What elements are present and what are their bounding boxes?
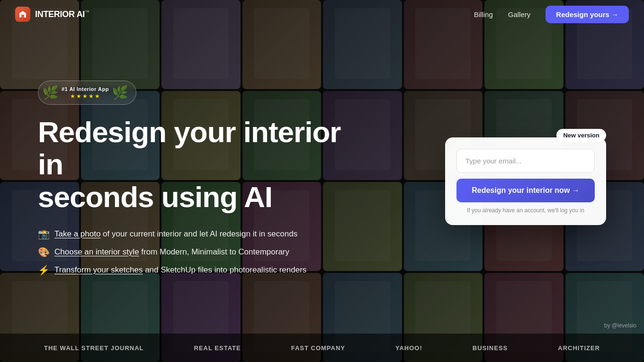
- logo-yahoo: yahoo!: [395, 344, 422, 352]
- feature-item-style: 🎨 Choose an interior style from Modern, …: [38, 246, 436, 258]
- logo-architizer: Architizer: [558, 344, 600, 352]
- star-icon: ★: [82, 93, 88, 100]
- logo-business: BUSINESS: [473, 344, 508, 352]
- photo-emoji: 📸: [38, 228, 50, 240]
- watermark: by @levelsio: [604, 322, 636, 329]
- take-photo-link[interactable]: Take a photo: [54, 229, 100, 238]
- star-icon: ★: [95, 93, 100, 100]
- feature-item-sketch: ⚡ Transform your sketches and SketchUp f…: [38, 264, 436, 276]
- new-version-badge: New version: [556, 129, 606, 142]
- login-hint: If you already have an account, we'll lo…: [456, 207, 595, 214]
- billing-link[interactable]: Billing: [474, 10, 493, 18]
- logo-icon: [15, 7, 30, 22]
- svg-rect-1: [21, 15, 24, 18]
- left-section: 🌿 #1 AI Interior App ★ ★ ★ ★ ★ 🌿 Redesig…: [38, 71, 436, 291]
- feature-text-sketch: Transform your sketches and SketchUp fil…: [54, 265, 306, 275]
- main-content: 🌿 #1 AI Interior App ★ ★ ★ ★ ★ 🌿 Redesig…: [0, 0, 644, 362]
- wreath-left-icon: 🌿: [42, 85, 59, 100]
- gallery-link[interactable]: Gallery: [508, 10, 531, 18]
- logos-bar: The Wall Street Journal REAL ESTATE FAST…: [0, 334, 644, 362]
- nav-logo[interactable]: INTERIOR AI™: [15, 7, 89, 22]
- award-badge: 🌿 #1 AI Interior App ★ ★ ★ ★ ★ 🌿: [38, 81, 136, 105]
- wreath-right-icon: 🌿: [112, 85, 128, 100]
- star-icon: ★: [70, 93, 75, 100]
- email-card: Redesign your interior now → If you alre…: [445, 137, 606, 225]
- navbar: INTERIOR AI™ Billing Gallery Redesign yo…: [0, 0, 644, 28]
- award-rank: #1 AI Interior App: [62, 86, 109, 92]
- right-section: New version Redesign your interior now →…: [436, 137, 606, 225]
- award-stars: ★ ★ ★ ★ ★: [62, 93, 109, 100]
- logo-fast-company: FAST COMPANY: [291, 344, 345, 352]
- choose-style-link[interactable]: Choose an interior style: [54, 247, 139, 256]
- logo-real-estate: REAL ESTATE: [194, 344, 241, 352]
- feature-text-style: Choose an interior style from Modern, Mi…: [54, 247, 289, 257]
- star-icon: ★: [89, 93, 94, 100]
- sketch-emoji: ⚡: [38, 264, 50, 276]
- logo-wall-street-journal: The Wall Street Journal: [44, 344, 144, 352]
- feature-text-photo: Take a photo of your current interior an…: [54, 229, 297, 239]
- award-wreath: 🌿 #1 AI Interior App ★ ★ ★ ★ ★ 🌿: [42, 85, 128, 100]
- style-emoji: 🎨: [38, 246, 50, 258]
- email-input[interactable]: [456, 149, 595, 173]
- transform-sketches-link[interactable]: Transform your sketches: [54, 265, 143, 274]
- hero-headline: Redesign your interior in seconds using …: [38, 116, 369, 213]
- logo-text: INTERIOR AI™: [35, 9, 89, 19]
- nav-links: Billing Gallery Redesign yours →: [474, 6, 629, 23]
- feature-item-photo: 📸 Take a photo of your current interior …: [38, 228, 436, 240]
- features-list: 📸 Take a photo of your current interior …: [38, 228, 436, 276]
- redesign-now-button[interactable]: Redesign your interior now →: [456, 179, 595, 202]
- star-icon: ★: [76, 93, 81, 100]
- redesign-yours-button[interactable]: Redesign yours →: [546, 6, 629, 23]
- award-inner: #1 AI Interior App ★ ★ ★ ★ ★: [62, 86, 109, 100]
